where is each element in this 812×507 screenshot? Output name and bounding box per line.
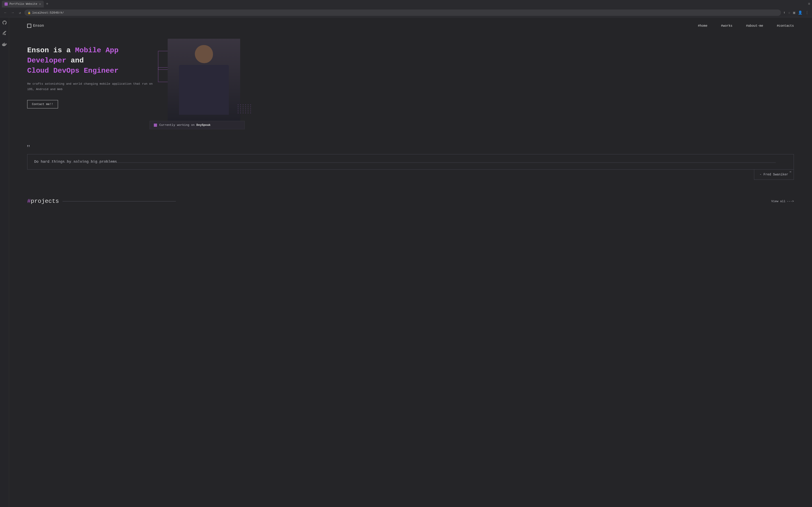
- hero-desc-line1: He crafts astonishing and world changing…: [27, 82, 153, 86]
- docker-icon[interactable]: [2, 42, 7, 48]
- hero-text: Enson is a Mobile App Developer and Clou…: [27, 39, 154, 108]
- logo-icon: [27, 24, 31, 28]
- menu-button[interactable]: ⋮: [805, 10, 809, 15]
- section-name: projects: [31, 198, 59, 205]
- view-all-text: View all: [771, 200, 785, 203]
- hero-title-highlight2: Cloud DevOps Engineer: [27, 66, 118, 75]
- nav-works[interactable]: #works: [721, 24, 732, 27]
- website-content: Enson #home #works #about-me #contacts E…: [9, 17, 812, 507]
- browser-body: Enson #home #works #about-me #contacts E…: [0, 17, 812, 507]
- tab-close-button[interactable]: ✕: [39, 2, 41, 6]
- browser-sidebar: [0, 17, 9, 507]
- nav-about-me[interactable]: #about-me: [746, 24, 763, 27]
- section-title: #projects: [27, 198, 59, 205]
- nav-contacts[interactable]: #contacts: [777, 24, 794, 27]
- logo-text: Enson: [33, 24, 44, 28]
- badge-dot: [154, 124, 157, 127]
- toolbar-right: ⬆ ☆ ▣ 👤 ⋮: [783, 10, 809, 15]
- quote-box: Do hard things by solving big problems: [27, 154, 794, 170]
- sidebar-toggle-button[interactable]: ▣: [793, 10, 796, 15]
- address-bar[interactable]: 🔒 localhost:52040/#/: [24, 9, 781, 16]
- share-button[interactable]: ⬆: [783, 10, 786, 15]
- lock-icon: 🔒: [28, 11, 31, 14]
- quote-author: - Fred Swaniker: [760, 173, 788, 176]
- site-navigation: Enson #home #works #about-me #contacts: [9, 17, 812, 34]
- hero-section: Enson is a Mobile App Developer and Clou…: [9, 34, 812, 131]
- active-tab[interactable]: Portfolio Website ✕: [2, 1, 44, 7]
- hero-portrait-wrapper: Currently working on DeySpeak: [154, 39, 249, 122]
- hero-title: Enson is a Mobile App Developer and Clou…: [27, 46, 154, 76]
- browser-chrome: Portfolio Website ✕ + ≡ ← → ↺ 🔒 localhos…: [0, 0, 812, 17]
- view-all-button[interactable]: View all --->: [771, 200, 794, 203]
- current-work-badge: Currently working on DeySpeak: [150, 121, 245, 129]
- attribution-box: " - Fred Swaniker: [754, 169, 794, 180]
- hero-title-middle: and: [66, 56, 84, 65]
- view-all-arrow: --->: [787, 200, 794, 203]
- hero-title-prefix: Enson is a: [27, 46, 75, 55]
- nav-home[interactable]: #home: [698, 24, 707, 27]
- bookmark-button[interactable]: ☆: [788, 10, 791, 15]
- flutter-icon[interactable]: [2, 31, 7, 37]
- tab-favicon: [5, 2, 8, 6]
- hero-description: He crafts astonishing and world changing…: [27, 81, 154, 92]
- dot-grid: [238, 104, 251, 113]
- reload-button[interactable]: ↺: [17, 10, 23, 15]
- forward-button[interactable]: →: [10, 10, 15, 15]
- badge-project: DeySpeak: [196, 123, 210, 127]
- title-line: [62, 201, 176, 202]
- contact-button[interactable]: Contact me!!: [27, 100, 58, 108]
- github-icon[interactable]: [2, 20, 7, 26]
- badge-prefix: Currently working on: [159, 123, 196, 127]
- back-button[interactable]: ←: [3, 10, 8, 15]
- projects-section: #projects View all --->: [9, 189, 812, 205]
- profile-button[interactable]: 👤: [798, 10, 803, 15]
- section-title-row: #projects: [27, 198, 771, 205]
- badge-text: Currently working on DeySpeak: [159, 123, 210, 127]
- section-header: #projects View all --->: [27, 198, 794, 205]
- new-tab-button[interactable]: +: [45, 1, 50, 7]
- address-bar-row: ← → ↺ 🔒 localhost:52040/#/ ⬆ ☆ ▣ 👤 ⋮: [0, 8, 812, 17]
- quote-attribution: " - Fred Swaniker: [27, 170, 794, 180]
- hero-image-area: Currently working on DeySpeak: [154, 39, 249, 122]
- hero-desc-line2: iOS, Android and Web: [27, 88, 62, 91]
- quote-text: Do hard things by solving big problems: [34, 160, 117, 164]
- tab-overflow-button[interactable]: ≡: [808, 2, 810, 6]
- tab-title: Portfolio Website: [9, 2, 37, 6]
- url-text: localhost:52040/#/: [32, 11, 64, 14]
- tab-bar: Portfolio Website ✕ + ≡: [0, 0, 812, 8]
- quote-section: " Do hard things by solving big problems…: [9, 131, 812, 189]
- site-logo: Enson: [27, 24, 44, 28]
- nav-links: #home #works #about-me #contacts: [698, 24, 794, 27]
- section-hash: #: [27, 198, 31, 205]
- quote-mark-close: ": [790, 170, 792, 176]
